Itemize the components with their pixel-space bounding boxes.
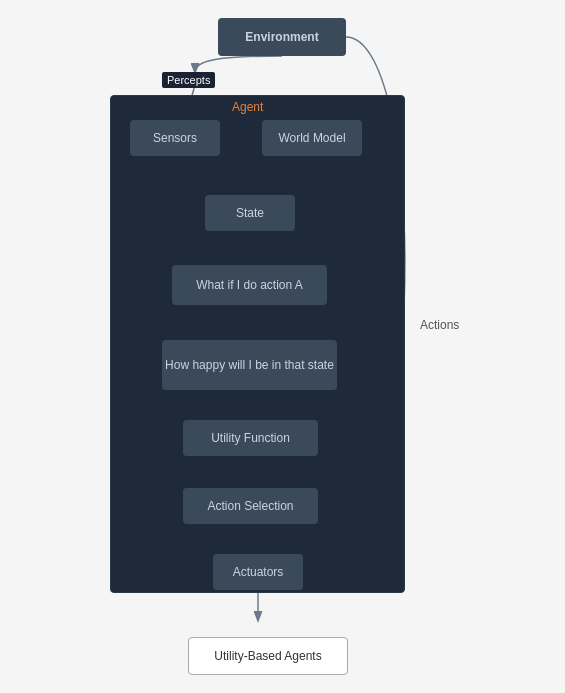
action-selection-box: Action Selection <box>183 488 318 524</box>
happy-box: How happy will I be in that state <box>162 340 337 390</box>
utility-agents-box: Utility-Based Agents <box>188 637 348 675</box>
world-model-box: World Model <box>262 120 362 156</box>
utility-box: Utility Function <box>183 420 318 456</box>
percepts-label: Percepts <box>162 72 215 88</box>
agent-label: Agent <box>232 100 263 114</box>
environment-label: Environment <box>245 30 318 44</box>
diagram-container: Environment Percepts Agent Sensors World… <box>0 0 565 693</box>
what-if-box: What if I do action A <box>172 265 327 305</box>
actuators-box: Actuators <box>213 554 303 590</box>
environment-box: Environment <box>218 18 346 56</box>
actions-label: Actions <box>420 318 459 332</box>
sensors-box: Sensors <box>130 120 220 156</box>
state-box: State <box>205 195 295 231</box>
